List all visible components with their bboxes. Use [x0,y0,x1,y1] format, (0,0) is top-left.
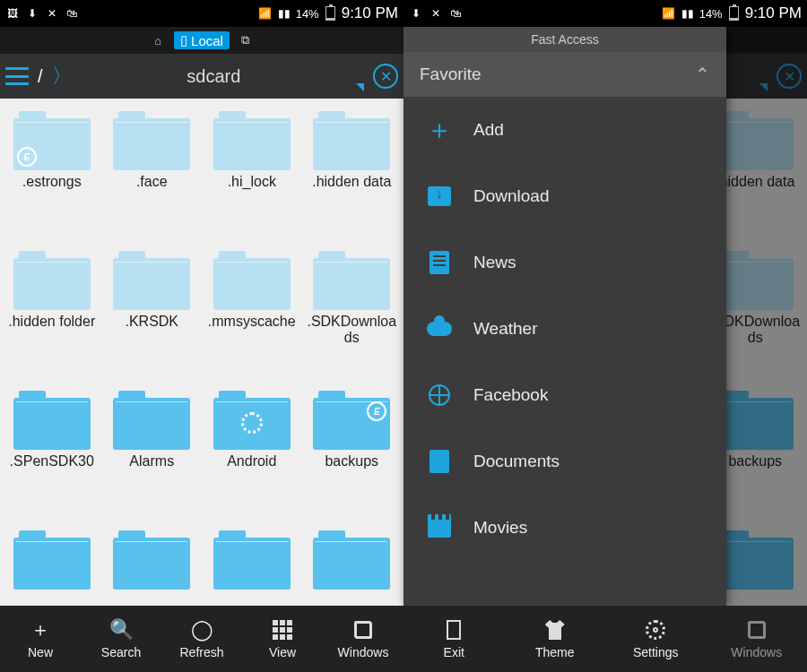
bag-check-icon: 🛍 [65,6,79,21]
status-time: 9:10 PM [745,4,802,22]
device-icon: ▯ [180,32,187,48]
status-time: 9:10 PM [342,4,398,22]
wifi-icon: 📶 [662,6,676,21]
tab-local[interactable]: ▯Local [174,31,230,49]
path-bar: / 〉 sdcard ✕ [0,54,404,99]
doc-x-icon: ✕ [429,6,443,21]
close-button: ✕ [777,64,802,89]
view-button[interactable]: View [242,606,323,672]
panel-item-weather[interactable]: Weather [404,296,726,362]
folder-icon [13,251,91,310]
new-button[interactable]: ＋New [0,606,81,672]
battery-icon [729,6,739,21]
folder-item[interactable]: .hidden folder [2,246,102,382]
battery-percent: 14% [296,7,319,21]
gear-overlay-icon [241,412,263,434]
bottom-toolbar: Exit Theme Settings Windows [404,606,807,672]
signal-icon: ▮▮ [681,6,695,21]
windows-icon [745,618,768,642]
theme-button[interactable]: Theme [505,606,606,672]
path-root[interactable]: / [38,66,43,87]
panel-item-facebook[interactable]: Facebook [404,362,726,428]
close-button[interactable]: ✕ [373,64,398,89]
folder-item[interactable]: E.estrongs [2,106,102,242]
panel-section-favorite[interactable]: Favorite ⌃ [404,52,726,97]
download-icon [427,184,452,209]
folder-item[interactable] [102,525,203,606]
folder-item[interactable]: Alarms [102,385,203,521]
folder-icon [213,111,291,170]
fast-access-panel: Fast Access Favorite ⌃ ＋Add Download New… [404,27,726,606]
status-bar: 🖼 ⬇ ✕ 🛍 📶 ▮▮ 14% 9:10 PM [0,0,404,27]
refresh-icon: ◯ [190,618,213,642]
folder-item[interactable]: Ebackups [302,385,403,521]
folder-icon [313,251,390,310]
exit-button[interactable]: Exit [404,606,505,672]
windows-button[interactable]: Windows [323,606,404,672]
folder-item[interactable]: .mmsyscache [202,246,302,382]
folder-icon [213,530,291,590]
battery-icon [325,6,335,21]
battery-percent: 14% [699,7,723,21]
window-tabs: ⌂ ▯Local ⧉ [0,27,404,54]
folder-icon: E [313,391,390,450]
folder-icon [313,111,390,170]
wifi-icon: 📶 [258,6,273,21]
file-grid: E.estrongs .face .hi_lock .hidden data .… [0,99,404,606]
menu-button[interactable] [5,67,29,85]
folder-item[interactable]: .face [102,106,203,242]
doc-x-icon: ✕ [45,6,59,21]
download-icon: ⬇ [409,6,423,21]
panel-item-movies[interactable]: Movies [404,495,726,561]
folder-icon [113,391,190,450]
refresh-button[interactable]: ◯Refresh [161,606,242,672]
globe-icon [427,383,452,408]
path-current[interactable]: sdcard [81,66,347,87]
chevron-right-icon: 〉 [52,63,72,90]
folder-item[interactable]: .KRSDK [102,246,203,382]
panel-item-documents[interactable]: Documents [404,428,726,495]
bag-check-icon: 🛍 [448,6,463,21]
folder-item[interactable]: .SDKDownloads [302,246,403,382]
search-button[interactable]: 🔍Search [81,606,161,672]
es-badge-icon: E [17,147,37,167]
folder-item[interactable] [202,525,302,606]
folder-icon: E [13,111,91,170]
search-icon: 🔍 [109,618,133,642]
panel-item-add[interactable]: ＋Add [404,97,726,163]
status-bar: ⬇ ✕ 🛍 📶 ▮▮ 14% 9:10 PM [404,0,807,27]
folder-icon [213,251,291,310]
grid-icon [271,618,294,642]
folder-item[interactable]: Android [202,385,302,521]
folder-item[interactable]: .hidden data [302,106,403,242]
multi-window-icon[interactable]: ⧉ [239,33,253,47]
document-icon [427,449,452,474]
chevron-up-icon: ⌃ [695,64,710,85]
dropdown-icon [759,83,768,91]
folder-item[interactable] [2,525,102,606]
panel-item-download[interactable]: Download [404,163,726,229]
windows-button[interactable]: Windows [707,606,808,672]
folder-item[interactable] [302,525,403,606]
movie-icon [427,515,452,540]
folder-item[interactable]: .hi_lock [202,106,302,242]
home-icon[interactable]: ⌂ [151,33,165,47]
bottom-toolbar: ＋New 🔍Search ◯Refresh View Windows [0,606,404,672]
folder-icon [313,530,390,590]
image-icon: 🖼 [5,6,20,21]
plus-icon: ＋ [427,117,452,142]
folder-icon [13,530,91,590]
download-icon: ⬇ [25,6,39,21]
panel-title: Fast Access [404,27,726,52]
signal-icon: ▮▮ [277,6,291,21]
folder-icon [13,391,91,450]
weather-icon [427,316,452,341]
exit-icon [442,618,465,642]
settings-button[interactable]: Settings [605,606,707,672]
plus-icon: ＋ [29,618,52,642]
dropdown-icon[interactable] [356,83,364,91]
panel-item-news[interactable]: News [404,229,726,296]
folder-item[interactable]: .SPenSDK30 [2,385,102,521]
folder-icon [113,530,190,590]
shirt-icon [543,618,567,642]
